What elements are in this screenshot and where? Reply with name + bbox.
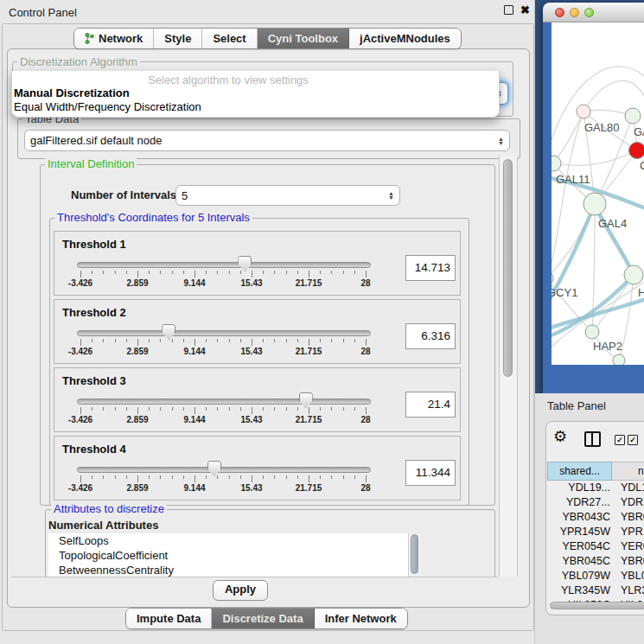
dropdown-hint: Select algorithm to view settings bbox=[12, 73, 444, 86]
column-header-shared[interactable]: shared... bbox=[547, 462, 612, 481]
attribute-item[interactable]: TopologicalCoefficient bbox=[48, 548, 408, 563]
network-node[interactable] bbox=[629, 143, 644, 159]
cell-shared-name[interactable]: YDL19... bbox=[548, 481, 614, 496]
network-node[interactable] bbox=[625, 108, 641, 124]
table-row[interactable]: YBR045CYBR0 bbox=[548, 555, 644, 570]
tick-label: 15.43 bbox=[240, 415, 262, 424]
cell-name[interactable]: YER0 bbox=[614, 540, 644, 555]
table-hscrollbar-thumb[interactable] bbox=[550, 602, 644, 609]
cell-shared-name[interactable]: YPR145W bbox=[548, 526, 614, 540]
network-edge[interactable] bbox=[583, 80, 644, 112]
slider-thumb[interactable] bbox=[162, 324, 175, 340]
tab-discretize-data[interactable]: Discretize Data bbox=[212, 609, 314, 628]
network-edge[interactable] bbox=[553, 112, 583, 163]
apply-button[interactable]: Apply bbox=[213, 580, 268, 601]
slider-thumb[interactable] bbox=[207, 461, 221, 476]
minimize-window-icon[interactable] bbox=[570, 8, 579, 17]
attributes-list-scrollbar[interactable] bbox=[408, 533, 421, 577]
zoom-window-icon[interactable] bbox=[584, 8, 594, 17]
cell-name[interactable]: YLR3 bbox=[614, 584, 644, 599]
network-node[interactable] bbox=[552, 156, 561, 171]
cell-shared-name[interactable]: YER054C bbox=[548, 540, 614, 555]
threshold-value-field[interactable]: 21.4 bbox=[405, 392, 456, 418]
cell-name[interactable]: YBR0 bbox=[614, 511, 644, 526]
tab-cyni-toolbox[interactable]: Cyni Toolbox bbox=[258, 29, 349, 48]
threshold-value-field[interactable]: 6.316 bbox=[405, 323, 456, 349]
panel-title: Control Panel bbox=[9, 6, 77, 19]
dropdown-option-equal-width[interactable]: Equal Width/Frequency Discretization bbox=[14, 100, 201, 113]
network-node[interactable] bbox=[624, 265, 643, 284]
table-hscrollbar[interactable] bbox=[548, 602, 644, 611]
cell-name[interactable]: YPR1 bbox=[614, 526, 644, 540]
cell-shared-name[interactable]: YDR27... bbox=[548, 496, 614, 511]
slider-track[interactable] bbox=[77, 330, 371, 336]
threshold-value-field[interactable]: 14.713 bbox=[405, 255, 456, 281]
cell-name[interactable]: YBR0 bbox=[614, 555, 644, 570]
table-row[interactable]: YDL19...YDL1 bbox=[548, 481, 644, 496]
network-node[interactable] bbox=[583, 193, 606, 215]
slider-track[interactable] bbox=[77, 262, 371, 268]
cell-shared-name[interactable]: YBL079W bbox=[548, 570, 614, 584]
network-window-titlebar[interactable] bbox=[543, 3, 644, 22]
interval-definition-title: Interval Definition bbox=[45, 158, 137, 169]
table-row[interactable]: YER054CYER0 bbox=[548, 540, 644, 555]
tab-style[interactable]: Style bbox=[154, 29, 202, 48]
tab-impute-data[interactable]: Impute Data bbox=[126, 609, 212, 628]
float-panel-icon[interactable] bbox=[504, 5, 513, 15]
table-row[interactable]: YLR345WYLR3 bbox=[548, 584, 644, 599]
app-root: Control Panel ✖ NetworkStyleSelectCyni T… bbox=[0, 0, 644, 644]
table-row[interactable]: YPR145WYPR1 bbox=[548, 526, 644, 540]
threshold-value-field[interactable]: 11.344 bbox=[405, 460, 456, 486]
network-node[interactable] bbox=[613, 354, 625, 365]
network-edge[interactable] bbox=[595, 206, 634, 275]
slider-track[interactable] bbox=[77, 399, 371, 405]
close-panel-icon[interactable]: ✖ bbox=[520, 5, 530, 15]
attributes-scrollbar-thumb[interactable] bbox=[411, 534, 418, 574]
gear-icon[interactable]: ⚙ bbox=[553, 429, 567, 444]
cell-shared-name[interactable]: YBR043C bbox=[548, 511, 614, 526]
tick-label: 9.144 bbox=[183, 415, 205, 424]
table-row[interactable]: YBR043CYBR0 bbox=[548, 511, 644, 526]
tab-jactivemnodules[interactable]: jActiveMNodules bbox=[349, 29, 461, 48]
tick-label: 2.859 bbox=[126, 347, 148, 356]
numerical-attributes-list[interactable]: SelfLoopsTopologicalCoefficientBetweenne… bbox=[48, 533, 408, 577]
slider-thumb[interactable] bbox=[299, 392, 313, 408]
table-panel-card: ⚙ ✓ ✓ shared... na YDL19...YDL1YDR27...Y… bbox=[545, 421, 644, 615]
tick-label: 28 bbox=[360, 483, 370, 493]
network-icon bbox=[85, 33, 94, 44]
intervals-combo[interactable]: 5 ▲▼ bbox=[175, 185, 400, 206]
settings-scrollbar-thumb[interactable] bbox=[503, 159, 513, 377]
tab-network[interactable]: Network bbox=[74, 29, 154, 48]
network-edge[interactable] bbox=[553, 150, 637, 165]
cell-shared-name[interactable]: YBR045C bbox=[548, 555, 614, 570]
cell-name[interactable]: YDL1 bbox=[614, 481, 644, 496]
network-node[interactable] bbox=[585, 325, 599, 339]
table-row[interactable]: YBL079WYBL0 bbox=[548, 570, 644, 584]
cell-name[interactable]: YBL0 bbox=[614, 570, 644, 584]
tick-label: 2.859 bbox=[126, 278, 148, 288]
table-data-combo[interactable]: galFiltered.sif default node ▲▼ bbox=[24, 130, 510, 151]
tick-label: 9.144 bbox=[183, 483, 205, 493]
slider-track[interactable] bbox=[77, 467, 371, 473]
tab-infer-network[interactable]: Infer Network bbox=[315, 609, 407, 628]
tab-select[interactable]: Select bbox=[202, 29, 257, 48]
settings-scrollbar[interactable] bbox=[499, 156, 518, 577]
checkbox-icon[interactable]: ✓ bbox=[615, 435, 625, 445]
network-node[interactable] bbox=[552, 271, 553, 285]
close-window-icon[interactable] bbox=[555, 8, 564, 17]
column-header-name[interactable]: na bbox=[612, 462, 644, 481]
table-row[interactable]: YDR27...YDR2 bbox=[548, 496, 644, 511]
checkbox-icon[interactable]: ✓ bbox=[628, 435, 638, 445]
dropdown-option-manual[interactable]: Manual Discretization bbox=[14, 86, 130, 99]
columns-icon[interactable] bbox=[584, 431, 601, 447]
slider-ticks bbox=[80, 475, 366, 483]
network-canvas[interactable]: GAL80GACGAL11GAL4GCY1HHAP2 bbox=[552, 22, 644, 365]
cell-shared-name[interactable]: YLR345W bbox=[548, 584, 614, 599]
tab-label: Cyni Toolbox bbox=[268, 32, 338, 45]
attribute-item[interactable]: SelfLoops bbox=[48, 533, 408, 548]
tick-label: 15.43 bbox=[240, 347, 262, 356]
network-node[interactable] bbox=[577, 105, 590, 118]
cell-name[interactable]: YDR2 bbox=[614, 496, 644, 511]
slider-thumb[interactable] bbox=[238, 256, 252, 271]
attribute-item[interactable]: BetweennessCentrality bbox=[48, 563, 408, 577]
